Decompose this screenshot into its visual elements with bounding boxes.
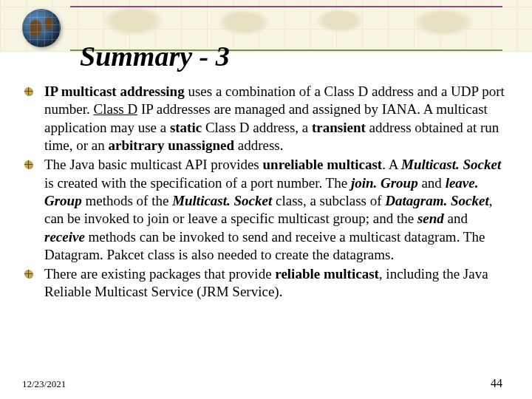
compass-bullet-icon (24, 160, 34, 170)
globe-icon (22, 9, 61, 47)
bullet-item: IP multicast addressing uses a combinati… (24, 83, 511, 154)
bullet-item: The Java basic multicast API provides un… (24, 156, 511, 264)
bullet-item: There are existing packages that provide… (24, 265, 511, 301)
compass-bullet-icon (24, 269, 34, 279)
bullet-text: There are existing packages that provide… (44, 266, 488, 299)
footer-page-number: 44 (491, 377, 502, 390)
top-accent-line (70, 6, 502, 7)
footer-date: 12/23/2021 (22, 378, 66, 390)
compass-bullet-icon (24, 86, 34, 97)
bullet-list: IP multicast addressing uses a combinati… (24, 83, 511, 303)
slide-title: Summary - 3 (80, 40, 230, 72)
bullet-text: IP multicast addressing uses a combinati… (44, 83, 505, 153)
bullet-text: The Java basic multicast API provides un… (44, 157, 501, 262)
